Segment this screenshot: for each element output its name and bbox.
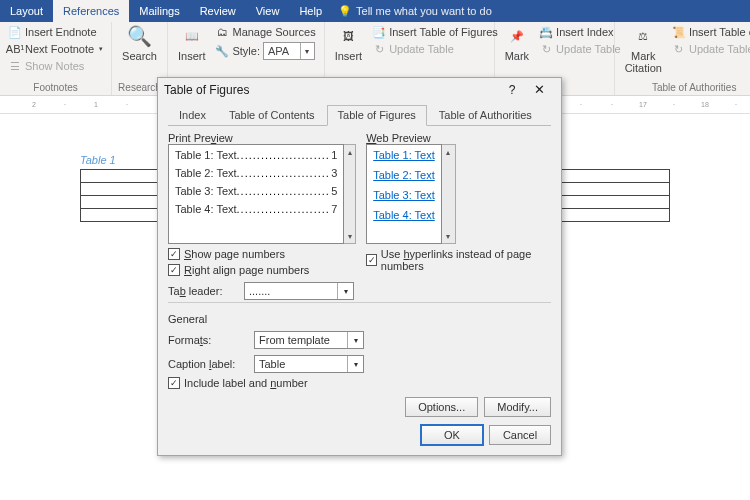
tab-help[interactable]: Help — [289, 0, 332, 22]
citation-icon: 📖 — [180, 24, 204, 48]
update-icon: ↻ — [672, 42, 686, 56]
tab-leader-combo[interactable]: .......▾ — [244, 282, 354, 300]
search-icon: 🔍 — [128, 24, 152, 48]
tab-view[interactable]: View — [246, 0, 290, 22]
general-label: General — [168, 313, 551, 325]
dialog-tab-index[interactable]: Index — [168, 105, 217, 126]
tab-references[interactable]: References — [53, 0, 129, 22]
mark-entry-label: Mark — [505, 50, 529, 62]
show-notes-label: Show Notes — [25, 60, 84, 72]
tell-me-label: Tell me what you want to do — [356, 5, 492, 17]
mark-citation-label1: Mark — [631, 50, 655, 62]
web-preview-scrollbar[interactable]: ▴▾ — [442, 144, 456, 244]
search-button[interactable]: 🔍 Search — [118, 24, 161, 62]
insert-endnote-button[interactable]: 📄Insert Endnote — [6, 24, 105, 40]
insert-citation-label: Insert — [178, 50, 206, 62]
dialog-tab-toc[interactable]: Table of Contents — [218, 105, 326, 126]
group-label-research: Research — [118, 82, 161, 93]
scroll-down-icon[interactable]: ▾ — [442, 229, 455, 243]
style-label: Style: — [232, 45, 260, 57]
insert-index-label: Insert Index — [556, 26, 613, 38]
tab-leader-value: ....... — [249, 285, 270, 297]
style-selector[interactable]: 🔧 Style: APA▾ — [213, 41, 317, 61]
right-align-checkbox[interactable]: ✓Right align page numbers — [168, 264, 356, 276]
tell-me-search[interactable]: 💡 Tell me what you want to do — [332, 0, 498, 22]
pp-page: 1 — [329, 149, 337, 161]
manage-sources-label: Manage Sources — [232, 26, 315, 38]
print-preview: Table 1: Text...........................… — [168, 144, 344, 244]
web-preview: Table 1: Text Table 2: Text Table 3: Tex… — [366, 144, 442, 244]
caption-label-combo[interactable]: Table▾ — [254, 355, 364, 373]
help-button[interactable]: ? — [501, 83, 523, 97]
chevron-down-icon: ▾ — [337, 283, 353, 299]
cancel-button[interactable]: Cancel — [489, 425, 551, 445]
checkbox-icon: ✓ — [168, 248, 180, 260]
insert-caption-button[interactable]: 🖼Insert — [331, 24, 367, 62]
style-combo[interactable]: APA▾ — [263, 42, 315, 60]
insert-index-button[interactable]: 📇Insert Index — [537, 24, 623, 40]
pp-text: Table 4: Text — [175, 203, 237, 215]
insert-toa-label: Insert Table of Auth — [689, 26, 750, 38]
caption-label-label: Caption label: — [168, 358, 248, 370]
scroll-up-icon[interactable]: ▴ — [344, 145, 355, 159]
update-toa-label: Update Table — [689, 43, 750, 55]
tof-icon: 📑 — [372, 25, 386, 39]
close-button[interactable]: ✕ — [523, 82, 555, 97]
chevron-down-icon: ▾ — [300, 43, 314, 59]
update-table-button: ↻Update Table — [370, 41, 500, 57]
dialog-titlebar: Table of Figures ? ✕ — [158, 78, 561, 101]
update-index-button: ↻Update Table — [537, 41, 623, 57]
tab-review[interactable]: Review — [190, 0, 246, 22]
insert-endnote-label: Insert Endnote — [25, 26, 97, 38]
table-of-figures-dialog: Table of Figures ? ✕ Index Table of Cont… — [157, 77, 562, 456]
print-preview-label: Print Preview — [168, 132, 356, 144]
insert-citation-button[interactable]: 📖 Insert — [174, 24, 210, 62]
insert-tof-button[interactable]: 📑Insert Table of Figures — [370, 24, 500, 40]
dialog-tabs: Index Table of Contents Table of Figures… — [168, 105, 551, 126]
update-toa-button: ↻Update Table — [670, 41, 750, 57]
wp-link: Table 4: Text — [373, 209, 435, 221]
manage-icon: 🗂 — [215, 25, 229, 39]
pp-page: 3 — [329, 167, 337, 179]
update-index-label: Update Table — [556, 43, 621, 55]
next-footnote-button[interactable]: AB¹Next Footnote▾ — [6, 41, 105, 57]
show-notes-button: ☰Show Notes — [6, 58, 105, 74]
tab-leader-label: Tab leader: — [168, 285, 238, 297]
use-hyperlinks-checkbox[interactable]: ✓Use hyperlinks instead of page numbers — [366, 248, 551, 272]
show-notes-icon: ☰ — [8, 59, 22, 73]
tab-mailings[interactable]: Mailings — [129, 0, 189, 22]
manage-sources-button[interactable]: 🗂Manage Sources — [213, 24, 317, 40]
formats-combo[interactable]: From template▾ — [254, 331, 364, 349]
mark-entry-button[interactable]: 📌Mark — [501, 24, 533, 62]
include-label-checkbox[interactable]: ✓Include label and number — [168, 377, 551, 389]
style-value: APA — [268, 45, 289, 57]
ribbon-tabs: Layout References Mailings Review View H… — [0, 0, 750, 22]
group-label-footnotes: Footnotes — [6, 82, 105, 93]
options-button[interactable]: Options... — [405, 397, 478, 417]
ok-button[interactable]: OK — [421, 425, 483, 445]
pp-page: 7 — [329, 203, 337, 215]
style-icon: 🔧 — [215, 44, 229, 58]
mark-citation-icon: ⚖ — [631, 24, 655, 48]
dialog-title: Table of Figures — [164, 83, 249, 97]
checkbox-icon: ✓ — [366, 254, 377, 266]
mark-citation-button[interactable]: ⚖MarkCitation — [621, 24, 666, 74]
modify-button[interactable]: Modify... — [484, 397, 551, 417]
scroll-down-icon[interactable]: ▾ — [344, 229, 355, 243]
show-page-numbers-checkbox[interactable]: ✓Show page numbers — [168, 248, 356, 260]
next-footnote-label: Next Footnote — [25, 43, 94, 55]
dialog-tab-tof[interactable]: Table of Figures — [327, 105, 427, 126]
caption-label-value: Table — [259, 358, 285, 370]
formats-label: Formats: — [168, 334, 248, 346]
insert-toa-button[interactable]: 📜Insert Table of Auth — [670, 24, 750, 40]
update-icon: ↻ — [372, 42, 386, 56]
mark-icon: 📌 — [505, 24, 529, 48]
dialog-tab-toa[interactable]: Table of Authorities — [428, 105, 543, 126]
scroll-up-icon[interactable]: ▴ — [442, 145, 455, 159]
endnote-icon: 📄 — [8, 25, 22, 39]
tab-layout[interactable]: Layout — [0, 0, 53, 22]
checkbox-icon: ✓ — [168, 377, 180, 389]
web-preview-label: Web Preview — [366, 132, 551, 144]
wp-link: Table 1: Text — [373, 149, 435, 161]
print-preview-scrollbar[interactable]: ▴▾ — [344, 144, 356, 244]
